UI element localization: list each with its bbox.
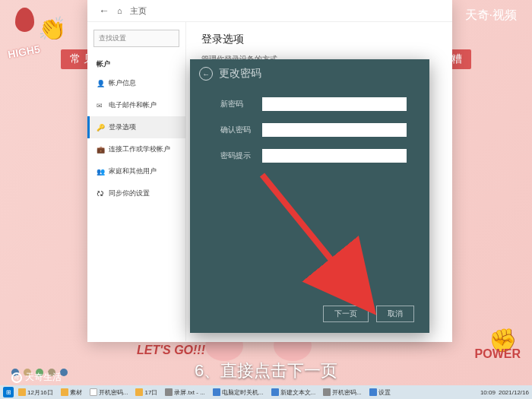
home-icon: ⌂ (117, 6, 122, 15)
dialog-header: ← 更改密码 (190, 59, 429, 88)
taskbar-item[interactable]: 电脑定时关机... (210, 388, 267, 397)
sidebar-item-signin-options[interactable]: 🔑登录选项 (87, 116, 185, 138)
change-password-dialog: ← 更改密码 新密码 确认密码 密码提示 下一页 取消 (190, 59, 429, 333)
cancel-button[interactable]: 取消 (376, 306, 414, 322)
decoration-top-left (15, 8, 34, 35)
watermark-top-right: 天奇·视频 (465, 8, 517, 24)
letsgo-text: LET'S GO!!! (137, 344, 205, 357)
taskbar[interactable]: ⊞ 12月16日 素材 开机密码... 17日 录屏.txt - ... 电脑定… (0, 385, 532, 399)
taskbar-item[interactable]: 录屏.txt - ... (162, 388, 207, 397)
taskbar-item[interactable]: 12月16日 (15, 388, 56, 397)
next-button[interactable]: 下一页 (323, 306, 369, 322)
password-hint-label: 密码提示 (220, 150, 262, 161)
watermark-icon: 奇 (11, 372, 22, 383)
sidebar-item-email[interactable]: ✉电子邮件和帐户 (87, 94, 185, 116)
confirm-password-label: 确认密码 (220, 125, 262, 135)
new-password-input[interactable] (262, 97, 407, 111)
mail-icon: ✉ (97, 102, 104, 109)
tray-time: 10:09 (480, 389, 496, 396)
settings-sidebar: 查找设置 帐户 👤帐户信息 ✉电子邮件和帐户 🔑登录选项 💼连接工作或学校帐户 … (87, 22, 186, 341)
tray-date: 2021/12/16 (499, 389, 529, 396)
person-icon: 👤 (97, 80, 104, 87)
sidebar-item-family[interactable]: 👥家庭和其他用户 (87, 160, 185, 182)
search-input[interactable]: 查找设置 (93, 30, 179, 47)
sync-icon: 🗘 (97, 190, 104, 198)
section-label: 帐户 (87, 56, 185, 72)
high5-text: HIGH5 (7, 43, 41, 60)
taskbar-tray[interactable]: 10:09 2021/12/16 (480, 389, 529, 396)
power-text: POWER (475, 347, 521, 361)
sidebar-item-work-school[interactable]: 💼连接工作或学校帐户 (87, 138, 185, 160)
taskbar-item[interactable]: 开机密码... (87, 388, 131, 397)
taskbar-item[interactable]: 开机密码... (320, 388, 365, 397)
home-label[interactable]: 主页 (130, 5, 147, 17)
taskbar-item[interactable]: 素材 (58, 388, 85, 397)
password-hint-input[interactable] (262, 149, 407, 163)
sidebar-item-sync[interactable]: 🗘同步你的设置 (87, 182, 185, 204)
start-button[interactable]: ⊞ (3, 387, 14, 397)
watermark-bottom-left: 奇 天奇生活 (11, 371, 62, 384)
taskbar-item[interactable]: 设置 (366, 388, 394, 397)
confirm-password-input[interactable] (262, 123, 407, 137)
page-title: 登录选项 (201, 33, 437, 46)
dialog-back-button[interactable]: ← (199, 67, 213, 81)
people-icon: 👥 (97, 168, 104, 176)
dialog-title: 更改密码 (219, 67, 261, 81)
taskbar-item[interactable]: 17日 (132, 388, 160, 397)
briefcase-icon: 💼 (97, 146, 104, 154)
new-password-label: 新密码 (220, 99, 262, 109)
settings-header: ← ⌂ 主页 (87, 0, 452, 22)
key-icon: 🔑 (97, 124, 104, 131)
back-arrow-icon[interactable]: ← (99, 5, 109, 17)
hands-emoji: 👏 (38, 15, 66, 42)
sidebar-item-account-info[interactable]: 👤帐户信息 (87, 72, 185, 94)
taskbar-item[interactable]: 新建文本文... (268, 388, 319, 397)
video-subtitle: 6、直接点击下一页 (195, 359, 337, 382)
